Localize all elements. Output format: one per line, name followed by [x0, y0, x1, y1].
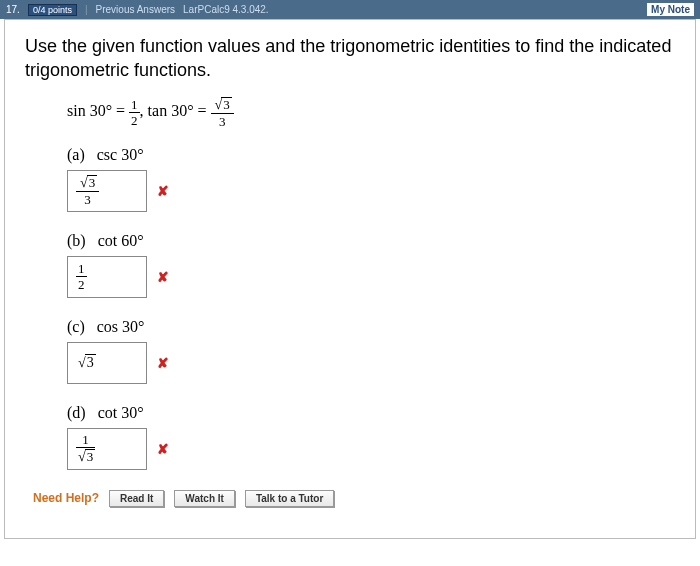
- part-a: (a) csc 30° 33 ✘: [67, 146, 675, 212]
- wrong-icon: ✘: [157, 269, 169, 285]
- read-it-button[interactable]: Read It: [109, 490, 164, 507]
- wrong-icon: ✘: [157, 441, 169, 457]
- wrong-icon: ✘: [157, 183, 169, 199]
- part-a-label: (a) csc 30°: [67, 146, 144, 163]
- part-d-label: (d) cot 30°: [67, 404, 144, 421]
- tan-label: tan 30° =: [148, 102, 211, 119]
- part-c-answer-input[interactable]: 3: [67, 342, 147, 384]
- question-number: 17.: [6, 4, 20, 15]
- question-header: 17. 0/4 points | Previous Answers LarPCa…: [0, 0, 700, 19]
- sin-label: sin 30° =: [67, 102, 129, 119]
- part-b-label: (b) cot 60°: [67, 232, 144, 249]
- part-c: (c) cos 30° 3 ✘: [67, 318, 675, 384]
- my-notes-link[interactable]: My Note: [647, 3, 694, 16]
- part-d: (d) cot 30° 13 ✘: [67, 404, 675, 470]
- header-left: 17. 0/4 points | Previous Answers LarPCa…: [6, 4, 269, 16]
- separator: |: [85, 4, 88, 15]
- need-help-label: Need Help?: [33, 491, 99, 505]
- part-c-label: (c) cos 30°: [67, 318, 145, 335]
- part-d-answer-input[interactable]: 13: [67, 428, 147, 470]
- tan-fraction: 33: [211, 97, 234, 128]
- sin-fraction: 12: [129, 98, 140, 127]
- question-body: Use the given function values and the tr…: [4, 19, 696, 539]
- watch-it-button[interactable]: Watch It: [174, 490, 235, 507]
- points-badge: 0/4 points: [28, 4, 77, 16]
- need-help-row: Need Help? Read It Watch It Talk to a Tu…: [33, 490, 675, 507]
- given-sep: ,: [140, 102, 148, 119]
- part-b: (b) cot 60° 12 ✘: [67, 232, 675, 298]
- wrong-icon: ✘: [157, 355, 169, 371]
- talk-to-tutor-button[interactable]: Talk to a Tutor: [245, 490, 334, 507]
- part-b-answer-input[interactable]: 12: [67, 256, 147, 298]
- question-prompt: Use the given function values and the tr…: [25, 34, 675, 83]
- reference-code: LarPCalc9 4.3.042.: [183, 4, 269, 15]
- given-values: sin 30° = 12, tan 30° = 33: [67, 97, 675, 128]
- part-a-answer-input[interactable]: 33: [67, 170, 147, 212]
- previous-answers-link[interactable]: Previous Answers: [96, 4, 175, 15]
